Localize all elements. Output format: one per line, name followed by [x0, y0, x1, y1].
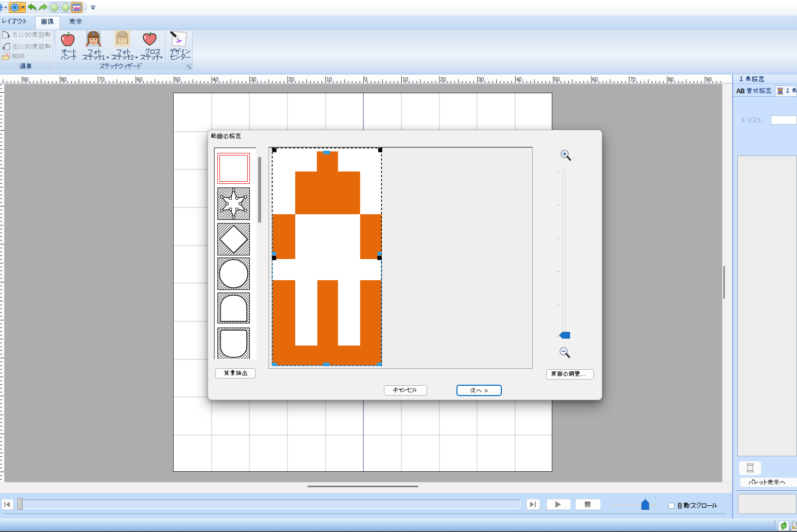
svg-text:10: 10: [327, 77, 333, 82]
svg-text:80: 80: [668, 77, 674, 82]
svg-text:0: 0: [364, 77, 367, 82]
svg-text:20: 20: [289, 77, 295, 82]
svg-text:60: 60: [137, 77, 143, 82]
svg-text:90: 90: [23, 77, 29, 82]
svg-text:1: 1: [101, 54, 105, 61]
svg-text:10: 10: [402, 77, 409, 82]
svg-text:0: 0: [28, 43, 32, 50]
svg-text:9: 9: [25, 43, 28, 50]
svg-text:70: 70: [99, 77, 105, 82]
svg-text:.: .: [584, 371, 585, 377]
svg-text:30: 30: [478, 77, 484, 82]
svg-text:40: 40: [213, 77, 219, 82]
svg-text:70: 70: [630, 77, 636, 82]
svg-text:20: 20: [440, 77, 447, 82]
svg-text:90: 90: [706, 77, 712, 82]
svg-text::: :: [761, 117, 763, 124]
svg-text:0: 0: [28, 31, 32, 39]
svg-text:50: 50: [175, 77, 181, 82]
svg-text:2: 2: [130, 54, 134, 61]
svg-text:50: 50: [554, 77, 561, 82]
svg-text:>: >: [484, 387, 488, 394]
svg-text:40: 40: [516, 77, 522, 82]
svg-text:9: 9: [25, 31, 28, 39]
svg-text:60: 60: [592, 77, 598, 82]
svg-text:30: 30: [250, 77, 257, 82]
svg-text:80: 80: [61, 77, 67, 82]
svg-text:B: B: [740, 88, 745, 95]
